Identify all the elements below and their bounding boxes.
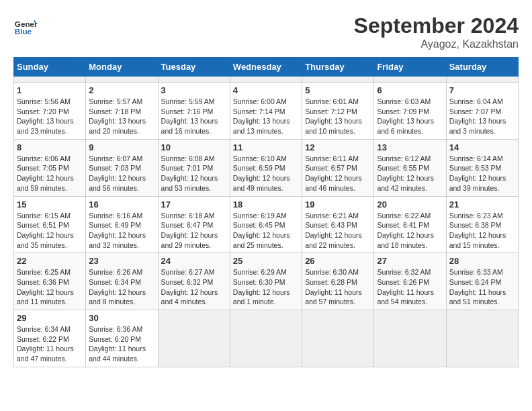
calendar-week-row: 15 Sunrise: 6:15 AM Sunset: 6:51 PM Dayl… bbox=[14, 196, 519, 253]
daylight-label: Daylight: 12 hours and 32 minutes. bbox=[89, 231, 146, 249]
sunset-label: Sunset: 6:49 PM bbox=[89, 221, 141, 229]
day-info: Sunrise: 6:33 AM Sunset: 6:24 PM Dayligh… bbox=[449, 267, 515, 307]
calendar-week-row: 1 Sunrise: 5:56 AM Sunset: 7:20 PM Dayli… bbox=[14, 83, 519, 140]
daylight-label: Daylight: 12 hours and 4 minutes. bbox=[161, 288, 218, 306]
daylight-label: Daylight: 13 hours and 23 minutes. bbox=[17, 117, 74, 135]
calendar-cell: 3 Sunrise: 5:59 AM Sunset: 7:16 PM Dayli… bbox=[158, 83, 230, 140]
sunrise-label: Sunrise: 6:16 AM bbox=[89, 212, 142, 220]
day-info: Sunrise: 5:59 AM Sunset: 7:16 PM Dayligh… bbox=[161, 97, 227, 136]
daylight-label: Daylight: 11 hours and 47 minutes. bbox=[17, 345, 74, 363]
day-info: Sunrise: 6:01 AM Sunset: 7:12 PM Dayligh… bbox=[305, 97, 371, 136]
calendar-table: SundayMondayTuesdayWednesdayThursdayFrid… bbox=[13, 57, 519, 367]
daylight-label: Daylight: 12 hours and 49 minutes. bbox=[233, 174, 290, 192]
calendar-cell: 10 Sunrise: 6:08 AM Sunset: 7:01 PM Dayl… bbox=[158, 139, 230, 196]
calendar-cell: 23 Sunrise: 6:26 AM Sunset: 6:34 PM Dayl… bbox=[86, 253, 158, 310]
day-info: Sunrise: 6:19 AM Sunset: 6:45 PM Dayligh… bbox=[233, 211, 299, 250]
daylight-label: Daylight: 12 hours and 42 minutes. bbox=[377, 174, 434, 192]
daylight-label: Daylight: 13 hours and 6 minutes. bbox=[377, 117, 434, 135]
daylight-label: Daylight: 12 hours and 56 minutes. bbox=[89, 174, 146, 192]
calendar-cell bbox=[86, 77, 158, 83]
day-info: Sunrise: 5:57 AM Sunset: 7:18 PM Dayligh… bbox=[89, 97, 154, 136]
calendar-cell: 30 Sunrise: 6:36 AM Sunset: 6:20 PM Dayl… bbox=[86, 310, 158, 367]
day-number: 18 bbox=[233, 199, 299, 210]
calendar-cell: 18 Sunrise: 6:19 AM Sunset: 6:45 PM Dayl… bbox=[230, 196, 302, 253]
calendar-cell bbox=[302, 77, 374, 83]
calendar-cell: 7 Sunrise: 6:04 AM Sunset: 7:07 PM Dayli… bbox=[446, 83, 518, 140]
sunrise-label: Sunrise: 6:23 AM bbox=[449, 212, 503, 220]
calendar-cell bbox=[14, 77, 86, 83]
daylight-label: Daylight: 13 hours and 13 minutes. bbox=[233, 117, 290, 135]
day-info: Sunrise: 6:12 AM Sunset: 6:55 PM Dayligh… bbox=[377, 154, 443, 193]
sunrise-label: Sunrise: 6:32 AM bbox=[377, 268, 431, 276]
day-info: Sunrise: 5:56 AM Sunset: 7:20 PM Dayligh… bbox=[17, 97, 83, 136]
daylight-label: Daylight: 12 hours and 11 minutes. bbox=[17, 288, 74, 306]
calendar-week-row: 8 Sunrise: 6:06 AM Sunset: 7:05 PM Dayli… bbox=[14, 139, 519, 196]
title-block: September 2024 Ayagoz, Kazakhstan bbox=[354, 13, 519, 50]
sunrise-label: Sunrise: 6:21 AM bbox=[305, 212, 359, 220]
sunset-label: Sunset: 6:30 PM bbox=[233, 278, 285, 286]
day-number: 17 bbox=[161, 199, 227, 210]
sunrise-label: Sunrise: 6:07 AM bbox=[89, 154, 142, 163]
calendar-cell bbox=[230, 310, 302, 367]
day-number: 7 bbox=[449, 85, 515, 95]
calendar-cell: 8 Sunrise: 6:06 AM Sunset: 7:05 PM Dayli… bbox=[14, 139, 86, 196]
day-number: 12 bbox=[305, 142, 371, 152]
day-info: Sunrise: 6:34 AM Sunset: 6:22 PM Dayligh… bbox=[17, 324, 83, 364]
sunset-label: Sunset: 6:28 PM bbox=[305, 278, 357, 286]
daylight-label: Daylight: 12 hours and 1 minute. bbox=[233, 288, 290, 306]
day-info: Sunrise: 6:03 AM Sunset: 7:09 PM Dayligh… bbox=[377, 97, 443, 136]
sunrise-label: Sunrise: 6:27 AM bbox=[161, 268, 215, 276]
sunset-label: Sunset: 7:14 PM bbox=[233, 107, 285, 116]
calendar-cell: 6 Sunrise: 6:03 AM Sunset: 7:09 PM Dayli… bbox=[374, 83, 446, 140]
day-info: Sunrise: 6:14 AM Sunset: 6:53 PM Dayligh… bbox=[449, 154, 515, 193]
sunrise-label: Sunrise: 6:34 AM bbox=[17, 325, 71, 333]
sunset-label: Sunset: 6:59 PM bbox=[233, 164, 285, 172]
calendar-cell: 19 Sunrise: 6:21 AM Sunset: 6:43 PM Dayl… bbox=[302, 196, 374, 253]
sunrise-label: Sunrise: 6:29 AM bbox=[233, 268, 287, 276]
daylight-label: Daylight: 11 hours and 54 minutes. bbox=[377, 288, 434, 306]
calendar-cell: 15 Sunrise: 6:15 AM Sunset: 6:51 PM Dayl… bbox=[14, 196, 86, 253]
day-number: 3 bbox=[161, 85, 227, 95]
daylight-label: Daylight: 12 hours and 39 minutes. bbox=[449, 174, 506, 192]
calendar-cell bbox=[374, 310, 446, 367]
sunset-label: Sunset: 6:47 PM bbox=[161, 221, 214, 229]
calendar-week-row bbox=[14, 77, 519, 83]
day-info: Sunrise: 6:10 AM Sunset: 6:59 PM Dayligh… bbox=[233, 154, 299, 193]
day-number: 23 bbox=[89, 256, 154, 266]
day-header-friday: Friday bbox=[374, 58, 446, 77]
daylight-label: Daylight: 12 hours and 25 minutes. bbox=[233, 231, 290, 249]
calendar-cell: 29 Sunrise: 6:34 AM Sunset: 6:22 PM Dayl… bbox=[14, 310, 86, 367]
day-number: 20 bbox=[377, 199, 443, 210]
sunrise-label: Sunrise: 6:30 AM bbox=[305, 268, 359, 276]
sunset-label: Sunset: 6:36 PM bbox=[17, 278, 69, 286]
day-number: 15 bbox=[17, 199, 83, 210]
calendar-week-row: 29 Sunrise: 6:34 AM Sunset: 6:22 PM Dayl… bbox=[14, 310, 519, 367]
day-header-wednesday: Wednesday bbox=[230, 58, 302, 77]
sunrise-label: Sunrise: 6:36 AM bbox=[89, 325, 142, 333]
sunset-label: Sunset: 6:22 PM bbox=[17, 335, 69, 343]
daylight-label: Daylight: 11 hours and 57 minutes. bbox=[305, 288, 362, 306]
day-number: 8 bbox=[17, 142, 83, 152]
calendar-header-row: SundayMondayTuesdayWednesdayThursdayFrid… bbox=[14, 58, 519, 77]
sunset-label: Sunset: 6:53 PM bbox=[449, 164, 502, 172]
day-number: 1 bbox=[17, 85, 83, 95]
day-header-sunday: Sunday bbox=[14, 58, 86, 77]
sunset-label: Sunset: 6:45 PM bbox=[233, 221, 285, 229]
sunset-label: Sunset: 6:41 PM bbox=[377, 221, 429, 229]
month-title: September 2024 bbox=[354, 13, 519, 38]
day-number: 21 bbox=[449, 199, 515, 210]
calendar-cell: 26 Sunrise: 6:30 AM Sunset: 6:28 PM Dayl… bbox=[302, 253, 374, 310]
day-number: 10 bbox=[161, 142, 227, 152]
day-info: Sunrise: 6:27 AM Sunset: 6:32 PM Dayligh… bbox=[161, 267, 227, 307]
calendar-cell: 17 Sunrise: 6:18 AM Sunset: 6:47 PM Dayl… bbox=[158, 196, 230, 253]
day-info: Sunrise: 6:11 AM Sunset: 6:57 PM Dayligh… bbox=[305, 154, 371, 193]
day-info: Sunrise: 6:32 AM Sunset: 6:26 PM Dayligh… bbox=[377, 267, 443, 307]
day-number: 26 bbox=[305, 256, 371, 266]
calendar-cell bbox=[230, 77, 302, 83]
calendar-cell: 25 Sunrise: 6:29 AM Sunset: 6:30 PM Dayl… bbox=[230, 253, 302, 310]
page-header: General Blue September 2024 Ayagoz, Kaza… bbox=[13, 13, 519, 50]
day-number: 27 bbox=[377, 256, 443, 266]
calendar-cell bbox=[374, 77, 446, 83]
sunset-label: Sunset: 6:51 PM bbox=[17, 221, 69, 229]
sunrise-label: Sunrise: 6:01 AM bbox=[305, 97, 359, 105]
